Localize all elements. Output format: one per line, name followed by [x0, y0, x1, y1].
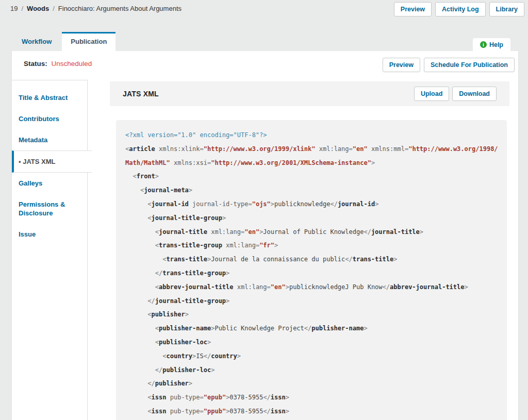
publication-preview-button[interactable]: Preview — [383, 58, 420, 72]
status-label: Status: — [24, 60, 47, 68]
help-button[interactable]: Help — [473, 38, 510, 51]
panel-title: JATS XML — [123, 90, 159, 98]
activity-log-button[interactable]: Activity Log — [435, 2, 486, 16]
sidebar-item-contributors[interactable]: Contributors — [12, 108, 87, 129]
publication-sidebar: Title & Abstract Contributors Metadata J… — [12, 80, 88, 420]
upload-button[interactable]: Upload — [414, 87, 449, 101]
header-actions: Preview Activity Log Library — [394, 2, 524, 16]
breadcrumb-separator: / — [21, 5, 23, 12]
workflow-tabs: Workflow Publication — [13, 32, 116, 51]
jats-xml-code-block: <?xml version="1.0" encoding="UTF-8"?> <… — [116, 120, 507, 420]
sidebar-item-permissions-disclosure[interactable]: Permissions & Disclosure — [12, 194, 87, 224]
panel-actions: Upload Download — [414, 87, 497, 101]
breadcrumb-submission-id: 19 — [10, 5, 18, 12]
sidebar-item-title-abstract[interactable]: Title & Abstract — [12, 87, 87, 108]
help-label: Help — [489, 41, 503, 48]
schedule-for-publication-button[interactable]: Schedule For Publication — [424, 58, 515, 72]
publication-status: Status: Unscheduled — [24, 60, 92, 68]
jats-xml-panel: JATS XML Upload Download <?xml version="… — [88, 80, 518, 420]
library-button[interactable]: Library — [489, 2, 524, 16]
breadcrumb-separator: / — [53, 5, 55, 12]
breadcrumb-title: Finocchiaro: Arguments About Arguments — [58, 5, 182, 12]
sidebar-item-issue[interactable]: Issue — [12, 224, 87, 245]
publication-actions: Preview Schedule For Publication — [383, 58, 515, 72]
sidebar-item-galleys[interactable]: Galleys — [12, 173, 87, 194]
publication-panel: Status: Unscheduled Preview Schedule For… — [12, 51, 518, 420]
jats-xml-panel-header: JATS XML Upload Download — [110, 81, 509, 106]
jats-xml-code: <?xml version="1.0" encoding="UTF-8"?> <… — [116, 120, 507, 420]
tab-workflow[interactable]: Workflow — [13, 32, 60, 51]
download-button[interactable]: Download — [452, 87, 497, 101]
status-row: Status: Unscheduled Preview Schedule For… — [12, 51, 518, 80]
info-icon — [480, 41, 487, 48]
tab-publication[interactable]: Publication — [62, 32, 116, 51]
sidebar-item-metadata[interactable]: Metadata — [12, 129, 87, 150]
breadcrumb-context[interactable]: Woods — [27, 5, 49, 12]
breadcrumb: 19/Woods/Finocchiaro: Arguments About Ar… — [10, 5, 182, 12]
sidebar-item-jats-xml[interactable]: JATS XML — [12, 150, 92, 173]
preview-button[interactable]: Preview — [394, 2, 432, 16]
status-value: Unscheduled — [52, 60, 92, 68]
